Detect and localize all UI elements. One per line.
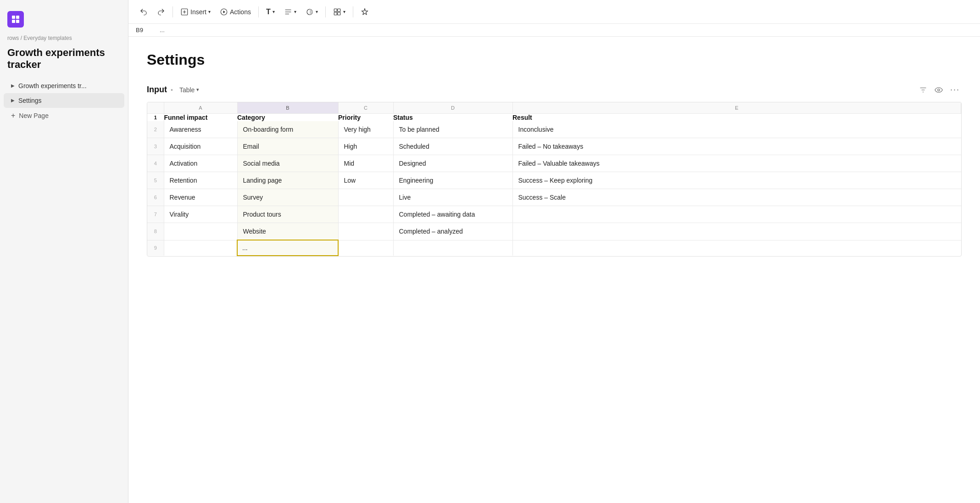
cell-8-funnel-impact[interactable] <box>164 223 237 240</box>
section-view-toggle[interactable]: Table ▾ <box>177 84 202 95</box>
align-button[interactable]: ▾ <box>280 5 300 19</box>
cell-2-funnel-impact[interactable]: Awareness <box>164 121 237 138</box>
field-header-row: 1 Funnel impact Category Priority Status… <box>147 114 961 122</box>
col-header-c[interactable]: C <box>338 102 393 114</box>
cell-4-category[interactable]: Social media <box>237 155 338 172</box>
sidebar-item-label: Settings <box>18 97 42 104</box>
cell-4-funnel-impact[interactable]: Activation <box>164 155 237 172</box>
filter-icon <box>919 86 927 94</box>
align-chevron: ▾ <box>294 9 296 14</box>
cell-7-result[interactable] <box>512 206 961 223</box>
cell-9-funnel-impact[interactable] <box>164 240 237 256</box>
toolbar-separator-4 <box>353 6 353 17</box>
cell-9-priority[interactable] <box>338 240 393 256</box>
cell-5-funnel-impact[interactable]: Retention <box>164 172 237 189</box>
cell-9-category[interactable]: ... <box>237 240 338 256</box>
cell-8-result[interactable] <box>512 223 961 240</box>
cell-7-funnel-impact[interactable]: Virality <box>164 206 237 223</box>
cell-6-status[interactable]: Live <box>393 189 512 206</box>
table-row: 2AwarenessOn-boarding formVery highTo be… <box>147 121 961 138</box>
section-header-left: Input • Table ▾ <box>147 84 202 95</box>
section-title: Input <box>147 85 167 95</box>
cell-7-status[interactable]: Completed – awaiting data <box>393 206 512 223</box>
table-row: 7ViralityProduct toursCompleted – awaiti… <box>147 206 961 223</box>
new-page-label: New Page <box>19 112 49 119</box>
undo-icon <box>139 8 148 16</box>
cell-4-status[interactable]: Designed <box>393 155 512 172</box>
cell-2-status[interactable]: To be planned <box>393 121 512 138</box>
cell-7-category[interactable]: Product tours <box>237 206 338 223</box>
cell-9-result[interactable] <box>512 240 961 256</box>
cell-3-status[interactable]: Scheduled <box>393 138 512 155</box>
cell-2-result[interactable]: Inconclusive <box>512 121 961 138</box>
col-header-e[interactable]: E <box>512 102 961 114</box>
cell-3-result[interactable]: Failed – No takeaways <box>512 138 961 155</box>
cell-6-funnel-impact[interactable]: Revenue <box>164 189 237 206</box>
plus-icon: + <box>11 112 15 120</box>
cell-5-priority[interactable]: Low <box>338 172 393 189</box>
col-header-b[interactable]: B <box>237 102 338 114</box>
cell-5-result[interactable]: Success – Keep exploring <box>512 172 961 189</box>
page-title: Settings <box>147 51 962 68</box>
cell-3-funnel-impact[interactable]: Acquisition <box>164 138 237 155</box>
sidebar-item-growth-experiments[interactable]: ▶ Growth experiments tr... <box>4 78 124 93</box>
col-header-a[interactable]: A <box>164 102 237 114</box>
cell-3-priority[interactable]: High <box>338 138 393 155</box>
cell-5-status[interactable]: Engineering <box>393 172 512 189</box>
category-label: Category <box>237 114 265 121</box>
cell-8-status[interactable]: Completed – analyzed <box>393 223 512 240</box>
more-icon: ··· <box>950 85 960 95</box>
cell-2-priority[interactable]: Very high <box>338 121 393 138</box>
magic-button[interactable] <box>357 5 373 19</box>
cell-6-result[interactable]: Success – Scale <box>512 189 961 206</box>
status-label: Status <box>393 114 413 121</box>
cell-8-priority[interactable] <box>338 223 393 240</box>
sidebar-doc-title: Growth experiments tracker <box>0 45 128 78</box>
col-header-d[interactable]: D <box>393 102 512 114</box>
insert-label: Insert <box>190 8 206 16</box>
cell-4-priority[interactable]: Mid <box>338 155 393 172</box>
table-row: 6RevenueSurveyLiveSuccess – Scale <box>147 189 961 206</box>
toolbar-separator-3 <box>325 6 326 17</box>
view-toggle-button[interactable]: ▾ <box>329 5 349 19</box>
actions-button[interactable]: Actions <box>216 5 255 19</box>
play-circle-icon <box>220 8 228 16</box>
cell-4-result[interactable]: Failed – Valuable takeaways <box>512 155 961 172</box>
text-chevron: ▾ <box>273 9 275 14</box>
text-format-button[interactable]: T ▾ <box>262 5 278 19</box>
eye-icon <box>935 86 943 94</box>
redo-button[interactable] <box>153 5 169 19</box>
row-num-7: 7 <box>147 206 164 223</box>
view-chevron-icon: ▾ <box>196 87 199 93</box>
table-row: 8WebsiteCompleted – analyzed <box>147 223 961 240</box>
table-row: 4ActivationSocial mediaMidDesignedFailed… <box>147 155 961 172</box>
cell-6-category[interactable]: Survey <box>237 189 338 206</box>
row-num-9: 9 <box>147 240 164 256</box>
insert-button[interactable]: Insert ▾ <box>177 5 214 19</box>
cell-6-priority[interactable] <box>338 189 393 206</box>
row-num-1: 1 <box>147 114 164 122</box>
eye-button[interactable] <box>933 84 945 96</box>
cell-5-category[interactable]: Landing page <box>237 172 338 189</box>
new-page-button[interactable]: + New Page <box>4 108 124 123</box>
field-header-result[interactable]: Result <box>512 114 961 122</box>
field-header-priority[interactable]: Priority <box>338 114 393 122</box>
actions-label: Actions <box>230 8 251 16</box>
cell-7-priority[interactable] <box>338 206 393 223</box>
cell-3-category[interactable]: Email <box>237 138 338 155</box>
cell-9-status[interactable] <box>393 240 512 256</box>
sidebar-item-label: Growth experiments tr... <box>18 82 87 89</box>
cell-8-category[interactable]: Website <box>237 223 338 240</box>
field-header-funnel-impact[interactable]: Funnel impact <box>164 114 237 122</box>
field-header-category[interactable]: Category <box>237 114 338 122</box>
sidebar-item-settings[interactable]: ▶ Settings <box>4 93 124 108</box>
field-header-status[interactable]: Status <box>393 114 512 122</box>
grid-view-icon <box>333 8 341 16</box>
filter-button[interactable] <box>917 84 929 96</box>
color-button[interactable]: ▾ <box>302 5 322 19</box>
toolbar: Insert ▾ Actions T ▾ ▾ ▾ ▾ <box>128 0 980 24</box>
undo-button[interactable] <box>136 5 151 19</box>
svg-rect-7 <box>334 9 337 11</box>
cell-2-category[interactable]: On-boarding form <box>237 121 338 138</box>
more-button[interactable]: ··· <box>948 83 962 96</box>
